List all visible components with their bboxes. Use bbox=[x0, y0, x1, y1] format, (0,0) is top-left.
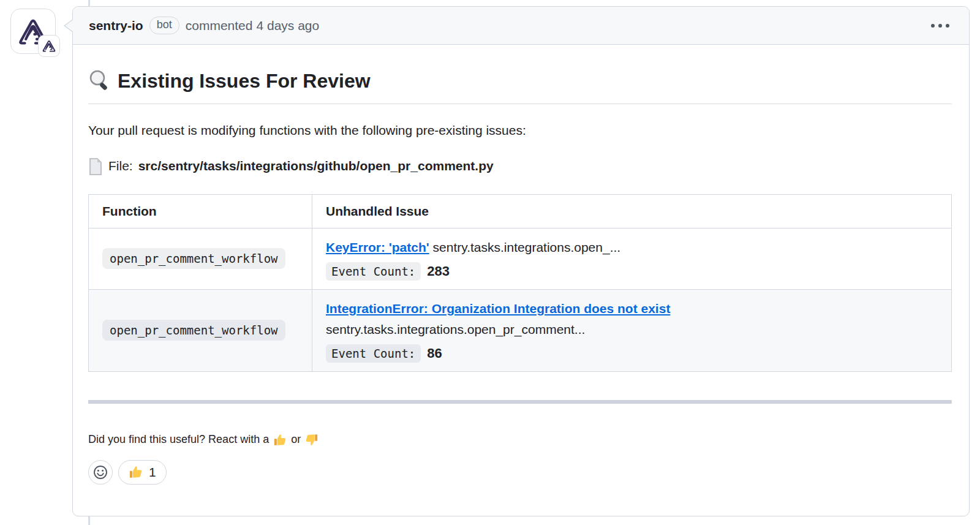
function-name-code: open_pr_comment_workflow bbox=[102, 320, 285, 341]
section-divider bbox=[88, 400, 952, 404]
kebab-menu-button[interactable] bbox=[927, 18, 953, 33]
kebab-horizontal-icon bbox=[930, 22, 951, 29]
event-count-value: 283 bbox=[427, 263, 450, 279]
magnifier-icon bbox=[88, 69, 110, 93]
timestamp-link[interactable]: 4 days ago bbox=[256, 18, 319, 33]
event-count-label: Event Count: bbox=[326, 262, 421, 281]
thumbs-up-reaction-button[interactable]: 1 bbox=[118, 460, 167, 485]
issues-table: Function Unhandled Issue open_pr_comment… bbox=[88, 194, 952, 372]
column-header-unhandled-issue: Unhandled Issue bbox=[312, 194, 952, 228]
thumbs-up-icon bbox=[273, 433, 287, 447]
bot-badge: bot bbox=[149, 17, 179, 34]
feedback-note-conjunction: or bbox=[291, 433, 301, 446]
sentry-bot-avatar[interactable] bbox=[10, 9, 56, 54]
thumbs-up-icon bbox=[129, 465, 143, 479]
add-reaction-button[interactable] bbox=[88, 460, 113, 485]
issue-text: IntegrationError: Organization Integrati… bbox=[326, 298, 932, 340]
event-count-line: Event Count: 86 bbox=[326, 344, 938, 363]
file-path: src/sentry/tasks/integrations/github/ope… bbox=[138, 157, 494, 175]
event-count-line: Event Count: 283 bbox=[326, 262, 938, 281]
event-count-label: Event Count: bbox=[326, 344, 421, 363]
table-row: open_pr_comment_workflow IntegrationErro… bbox=[89, 289, 952, 371]
feedback-note: Did you find this useful? React with a o… bbox=[88, 433, 952, 447]
issues-review-heading-text: Existing Issues For Review bbox=[118, 70, 371, 93]
file-label: File: bbox=[108, 157, 133, 175]
issue-text: KeyError: 'patch' sentry.tasks.integrati… bbox=[326, 237, 932, 258]
sentry-logo-icon bbox=[42, 40, 56, 52]
issue-culprit: sentry.tasks.integrations.open_... bbox=[433, 240, 621, 254]
file-emoji-icon bbox=[88, 158, 103, 175]
pull-request-timeline: sentry-io bot commented 4 days ago Exist… bbox=[0, 0, 980, 525]
feedback-note-text: Did you find this useful? React with a bbox=[88, 433, 269, 446]
file-line: File: src/sentry/tasks/integrations/gith… bbox=[88, 157, 952, 175]
issue-link[interactable]: KeyError: 'patch' bbox=[326, 240, 429, 254]
author-link[interactable]: sentry-io bbox=[89, 18, 143, 33]
issues-review-heading: Existing Issues For Review bbox=[88, 69, 952, 104]
intro-text: Your pull request is modifying functions… bbox=[88, 121, 952, 140]
smiley-icon bbox=[93, 465, 108, 480]
comment-body: Existing Issues For Review Your pull req… bbox=[73, 45, 969, 518]
table-header-row: Function Unhandled Issue bbox=[89, 194, 952, 228]
table-row: open_pr_comment_workflow KeyError: 'patc… bbox=[89, 228, 952, 289]
action-text: commented bbox=[186, 18, 253, 33]
reaction-count: 1 bbox=[149, 465, 156, 480]
comment-header: sentry-io bot commented 4 days ago bbox=[73, 7, 969, 45]
issue-link[interactable]: IntegrationError: Organization Integrati… bbox=[326, 301, 670, 315]
function-name-code: open_pr_comment_workflow bbox=[102, 248, 285, 269]
event-count-value: 86 bbox=[427, 346, 442, 361]
sentry-app-badge bbox=[38, 35, 60, 57]
column-header-function: Function bbox=[89, 194, 312, 228]
thumbs-down-icon bbox=[305, 433, 318, 447]
issue-culprit: sentry.tasks.integrations.open_pr_commen… bbox=[326, 322, 585, 336]
reactions-bar: 1 bbox=[88, 460, 952, 485]
comment-card: sentry-io bot commented 4 days ago Exist… bbox=[72, 6, 970, 516]
